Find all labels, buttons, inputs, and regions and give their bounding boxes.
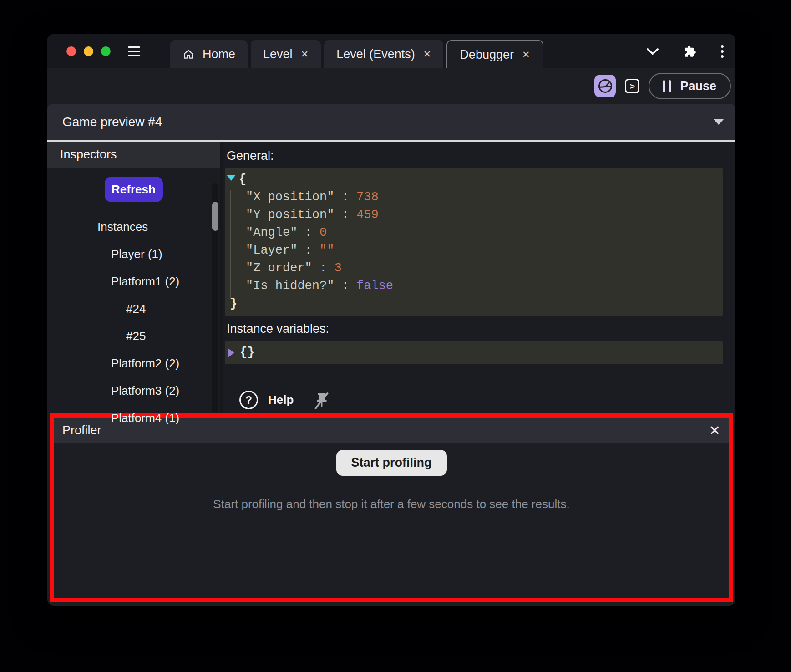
json-colon: : [297, 226, 319, 239]
tree-item-label: Instances [97, 220, 148, 234]
inspector-tree-item[interactable]: #24 [47, 295, 220, 322]
start-profiling-button[interactable]: Start profiling [336, 450, 447, 476]
instance-variables-json-view: {} [225, 341, 723, 364]
json-property-row: "Is hidden?" : false [227, 277, 723, 295]
tree-item-label: Platform3 (2) [111, 384, 179, 398]
inspector-tree-item[interactable]: #25 [47, 322, 220, 350]
json-colon: : [334, 190, 356, 204]
json-value: 3 [334, 261, 341, 275]
home-icon [183, 48, 194, 60]
sidebar-scrollbar[interactable] [212, 183, 218, 412]
profiler-gauge-button[interactable] [594, 75, 616, 97]
zoom-window-button[interactable] [101, 46, 111, 56]
tab-label: Home [203, 47, 235, 61]
json-key: "Is hidden?" [246, 279, 334, 293]
expand-expander-icon[interactable] [228, 348, 234, 357]
json-value: 0 [319, 226, 327, 239]
help-row: ? Help [225, 391, 723, 409]
inspector-panel: General: { "X position" : 738"Y position… [223, 142, 735, 413]
inspectors-header: Inspectors [47, 142, 220, 168]
profiler-hint-text: Start profiling and then stop it after a… [213, 497, 569, 511]
json-colon: : [334, 208, 356, 222]
instance-variables-value: {} [240, 344, 254, 361]
minimize-window-button[interactable] [84, 46, 93, 56]
pause-button[interactable]: Pause [649, 73, 731, 99]
tab-close-icon[interactable]: ✕ [522, 49, 530, 60]
tab-strip: Home Level ✕ Level (Events) ✕ Debugger ✕ [170, 40, 543, 68]
console-icon: > [630, 82, 635, 91]
tab-label: Level (Events) [336, 47, 415, 61]
app-window: Home Level ✕ Level (Events) ✕ Debugger ✕ [47, 34, 735, 606]
refresh-button[interactable]: Refresh [105, 177, 163, 202]
profiler-panel: Profiler ✕ Start profiling Start profili… [50, 413, 733, 602]
json-value: 459 [356, 208, 379, 222]
help-label: Help [268, 393, 294, 407]
tree-item-label: Platform1 (2) [111, 275, 179, 289]
general-label: General: [225, 149, 723, 163]
tab-label: Level [263, 47, 293, 61]
tree-item-label: Platform4 (1) [111, 411, 179, 425]
debugger-body: Inspectors Refresh InstancesPlayer (1)Pl… [47, 142, 735, 413]
json-property-row: "X position" : 738 [227, 188, 723, 206]
json-colon: : [312, 261, 335, 275]
tab-close-icon[interactable]: ✕ [301, 49, 309, 60]
tabbar-actions [646, 45, 735, 58]
chevron-down-icon[interactable] [646, 48, 659, 55]
collapse-expander-icon[interactable] [227, 175, 236, 181]
tab-level-events-[interactable]: Level (Events) ✕ [324, 40, 443, 68]
close-window-button[interactable] [66, 46, 76, 56]
json-key: "X position" [246, 190, 334, 204]
main-menu-button[interactable] [128, 46, 140, 56]
json-key: "Z order" [246, 261, 312, 275]
inspector-tree-item[interactable]: Platform2 (2) [47, 350, 220, 377]
inspector-tree-item[interactable]: Platform1 (2) [47, 268, 220, 295]
game-preview-label: Game preview #4 [62, 115, 162, 129]
unpin-icon[interactable] [314, 392, 330, 409]
json-value: 738 [356, 190, 379, 204]
inspector-tree-item[interactable]: Instances [47, 213, 220, 240]
json-key: "Layer" [246, 244, 297, 257]
tab-bar: Home Level ✕ Level (Events) ✕ Debugger ✕ [47, 34, 735, 68]
inspector-tree-item[interactable]: Player (1) [47, 240, 220, 268]
json-key: "Angle" [246, 226, 297, 239]
debugger-toolbar: > Pause [47, 68, 735, 104]
indent-guide [230, 190, 231, 299]
inspectors-sidebar: Inspectors Refresh InstancesPlayer (1)Pl… [47, 142, 223, 413]
tab-close-icon[interactable]: ✕ [423, 49, 431, 60]
profiler-close-icon[interactable]: ✕ [709, 424, 720, 438]
sidebar-scrollbar-thumb[interactable] [212, 202, 218, 231]
tree-item-label: #24 [126, 302, 146, 316]
json-colon: : [334, 279, 356, 293]
tree-item-label: Platform2 (2) [111, 356, 179, 371]
pause-icon [663, 80, 671, 92]
tab-home[interactable]: Home [170, 40, 248, 68]
json-value: "" [319, 244, 334, 257]
json-colon: : [297, 244, 319, 257]
general-json-view: { "X position" : 738"Y position" : 459"A… [225, 168, 723, 316]
help-question-icon[interactable]: ? [239, 391, 258, 409]
tab-debugger[interactable]: Debugger ✕ [446, 40, 543, 68]
console-button[interactable]: > [625, 79, 639, 93]
json-property-row: "Angle" : 0 [227, 224, 723, 242]
json-key: "Y position" [246, 208, 334, 222]
inspector-tree-item[interactable]: Platform4 (1) [47, 404, 220, 432]
profiler-body: Start profiling Start profiling and then… [54, 443, 729, 598]
pause-label: Pause [680, 79, 716, 93]
window-controls [47, 46, 111, 56]
json-value: false [356, 279, 393, 293]
tab-level[interactable]: Level ✕ [251, 40, 321, 68]
more-options-kebab-icon[interactable] [721, 45, 724, 58]
json-property-row: "Y position" : 459 [227, 206, 723, 224]
json-property-row: "Layer" : "" [227, 242, 723, 260]
gauge-icon [597, 78, 614, 94]
tab-label: Debugger [460, 48, 514, 62]
inspector-tree: InstancesPlayer (1)Platform1 (2)#24#25Pl… [47, 213, 220, 432]
instance-variables-label: Instance variables: [225, 322, 723, 336]
tree-item-label: #25 [126, 329, 146, 343]
extensions-puzzle-icon[interactable] [684, 45, 696, 58]
tree-item-label: Player (1) [111, 247, 162, 261]
game-preview-selector[interactable]: Game preview #4 [47, 104, 735, 142]
inspector-tree-item[interactable]: Platform3 (2) [47, 377, 220, 404]
json-open-brace: { [227, 171, 723, 188]
dropdown-caret-icon [714, 119, 724, 125]
